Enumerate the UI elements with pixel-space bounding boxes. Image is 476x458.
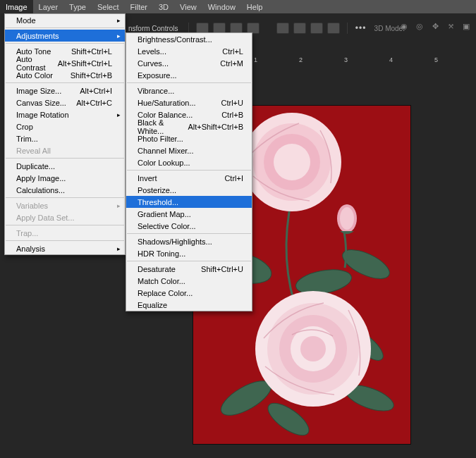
image-menu-calculations[interactable]: Calculations... (5, 184, 125, 196)
menu-item-label: Trap... (16, 229, 38, 237)
menu-item-label: HDR Toning... (138, 249, 185, 258)
menu-separator (6, 158, 124, 159)
menu-item-label: Image Size... (16, 87, 61, 95)
menu-item-label: Brightness/Contrast... (138, 35, 212, 44)
menu-help[interactable]: Help (241, 0, 269, 13)
distribute-icon[interactable] (327, 23, 340, 34)
image-menu-auto-contrast[interactable]: Auto ContrastAlt+Shift+Ctrl+L (5, 57, 125, 69)
adjustments-black-white[interactable]: Black & White...Alt+Shift+Ctrl+B (126, 120, 252, 132)
menu-item-label: Photo Filter... (138, 135, 183, 143)
menu-3d[interactable]: 3D (153, 0, 174, 13)
menubar: ImageLayerTypeSelectFilter3DViewWindowHe… (0, 0, 476, 13)
image-menu-mode[interactable]: Mode (5, 14, 125, 26)
ruler-tick: 1 (254, 56, 299, 63)
menu-item-label: Channel Mixer... (138, 147, 193, 155)
menu-item-label: Black & White... (138, 118, 188, 135)
adjustments-brightness-contrast[interactable]: Brightness/Contrast... (126, 33, 252, 45)
menu-select[interactable]: Select (92, 0, 125, 13)
menu-separator (127, 82, 251, 83)
menu-item-label: Calculations... (16, 186, 65, 194)
pan-icon[interactable]: ✥ (429, 21, 441, 31)
menu-item-label: Hue/Saturation... (138, 99, 196, 107)
separator (347, 23, 348, 34)
menu-item-label: Gradient Map... (138, 210, 191, 218)
adjustments-photo-filter[interactable]: Photo Filter... (126, 132, 252, 144)
adjustments-shadows-highlights[interactable]: Shadows/Highlights... (126, 235, 252, 247)
menu-item-label: Match Color... (138, 277, 185, 285)
menu-item-label: Mode (16, 16, 36, 25)
adjustments-exposure[interactable]: Exposure... (126, 69, 252, 81)
menu-window[interactable]: Window (202, 0, 241, 13)
adjustments-posterize[interactable]: Posterize... (126, 184, 252, 196)
menu-separator (127, 261, 251, 261)
image-menu-trim[interactable]: Trim... (5, 132, 125, 144)
menu-item-shortcut: Shift+Ctrl+L (71, 47, 112, 56)
menu-item-shortcut: Shift+Ctrl+U (201, 265, 243, 273)
menu-item-label: Variables (16, 202, 48, 210)
orbit-icon[interactable]: ◉ (398, 21, 410, 31)
adjustments-curves[interactable]: Curves...Ctrl+M (126, 57, 252, 69)
image-menu-auto-color[interactable]: Auto ColorShift+Ctrl+B (5, 69, 125, 81)
svg-point-13 (340, 207, 354, 230)
adjustments-submenu: Brightness/Contrast...Levels...Ctrl+LCur… (126, 32, 252, 311)
menu-item-label: Selective Color... (138, 222, 196, 230)
menu-item-shortcut: Ctrl+U (221, 99, 243, 107)
menu-separator (6, 82, 124, 83)
ruler-tick: 4 (389, 56, 434, 63)
menu-filter[interactable]: Filter (125, 0, 153, 13)
menu-item-label: Desaturate (138, 265, 176, 273)
slide-icon[interactable]: ⤧ (445, 21, 456, 31)
adjustments-match-color[interactable]: Match Color... (126, 275, 252, 287)
image-menu-apply-image[interactable]: Apply Image... (5, 172, 125, 184)
image-menu-image-size[interactable]: Image Size...Alt+Ctrl+I (5, 85, 125, 97)
adjustments-invert[interactable]: InvertCtrl+I (126, 172, 252, 184)
menu-item-label: Crop (16, 123, 33, 131)
image-menu-analysis[interactable]: Analysis (5, 242, 125, 254)
image-menu-trap: Trap... (5, 227, 125, 239)
menu-item-label: Trim... (16, 135, 38, 143)
menu-type[interactable]: Type (63, 0, 92, 13)
menu-separator (127, 233, 251, 234)
image-menu-adjustments[interactable]: Adjustments (5, 30, 125, 42)
adjustments-hue-saturation[interactable]: Hue/Saturation...Ctrl+U (126, 97, 252, 109)
adjustments-channel-mixer[interactable]: Channel Mixer... (126, 144, 252, 156)
menu-layer[interactable]: Layer (33, 0, 64, 13)
menu-item-shortcut: Alt+Shift+Ctrl+L (58, 59, 112, 68)
menu-view[interactable]: View (174, 0, 202, 13)
distribute-icon[interactable] (310, 23, 323, 34)
distribute-icon[interactable] (276, 23, 289, 34)
adjustments-levels[interactable]: Levels...Ctrl+L (126, 45, 252, 57)
adjustments-gradient-map[interactable]: Gradient Map... (126, 208, 252, 220)
menu-item-label: Apply Image... (16, 174, 66, 182)
adjustments-desaturate[interactable]: DesaturateShift+Ctrl+U (126, 263, 252, 275)
menu-image[interactable]: Image (0, 0, 33, 13)
menu-item-shortcut: Shift+Ctrl+B (71, 71, 112, 80)
menu-item-label: Apply Data Set... (16, 213, 75, 222)
adjustments-hdr-toning[interactable]: HDR Toning... (126, 247, 252, 259)
menu-item-shortcut: Alt+Ctrl+C (76, 99, 112, 107)
distribute-icon[interactable] (293, 23, 306, 34)
adjustments-replace-color[interactable]: Replace Color... (126, 287, 252, 299)
image-menu-canvas-size[interactable]: Canvas Size...Alt+Ctrl+C (5, 97, 125, 109)
ruler-tick: 2 (299, 56, 344, 63)
adjustments-color-lookup[interactable]: Color Lookup... (126, 156, 252, 168)
menu-item-label: Analysis (16, 245, 45, 253)
adjustments-vibrance[interactable]: Vibrance... (126, 85, 252, 97)
image-menu-duplicate[interactable]: Duplicate... (5, 160, 125, 172)
more-icon[interactable]: ••• (355, 23, 367, 34)
image-menu-image-rotation[interactable]: Image Rotation (5, 109, 125, 120)
menu-separator (127, 170, 251, 171)
image-menu-crop[interactable]: Crop (5, 120, 125, 132)
menu-item-label: Replace Color... (138, 289, 193, 297)
image-menu-reveal-all: Reveal All (5, 144, 125, 156)
svg-point-11 (274, 144, 310, 180)
adjustments-selective-color[interactable]: Selective Color... (126, 220, 252, 232)
adjustments-equalize[interactable]: Equalize (126, 299, 252, 311)
menu-item-label: Canvas Size... (16, 99, 66, 107)
menu-separator (6, 240, 124, 241)
menu-item-label: Duplicate... (16, 162, 55, 171)
image-menu-apply-data-set: Apply Data Set... (5, 211, 125, 223)
roll-icon[interactable]: ◎ (414, 21, 425, 31)
zoom-icon[interactable]: ▣ (460, 21, 472, 31)
adjustments-threshold[interactable]: Threshold... (126, 196, 252, 208)
